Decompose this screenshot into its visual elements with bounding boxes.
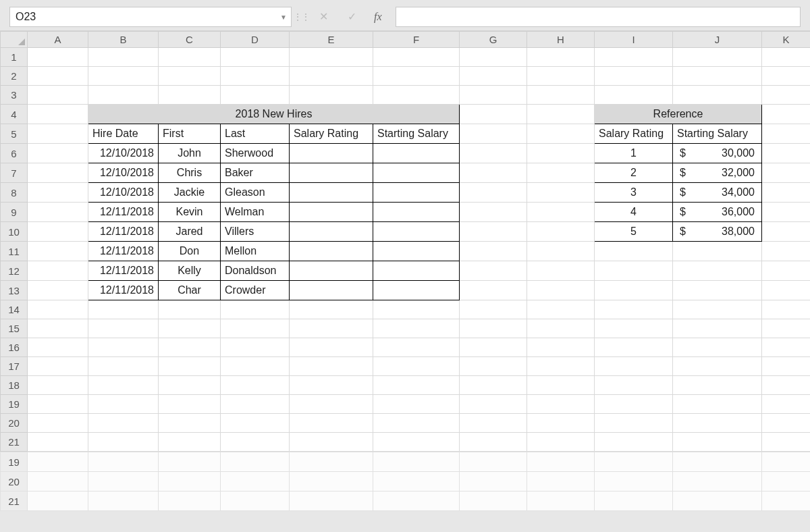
main-header-2[interactable]: Last — [221, 124, 290, 144]
cell-H6[interactable] — [527, 144, 595, 163]
cell-H5[interactable] — [527, 124, 595, 144]
cell-G21[interactable] — [460, 433, 527, 452]
cell-J20[interactable] — [673, 414, 762, 433]
cell-A14[interactable] — [28, 300, 88, 319]
cell-A17[interactable] — [28, 357, 88, 376]
cell-A10[interactable] — [28, 222, 88, 242]
hire-date-1[interactable]: 12/10/2018 — [88, 163, 159, 183]
salary-1[interactable] — [373, 163, 460, 183]
cell-K17[interactable] — [762, 357, 811, 376]
name-box-dropdown-icon[interactable]: ▼ — [280, 13, 287, 20]
cell-A6[interactable] — [28, 144, 88, 163]
cell-A9[interactable] — [28, 203, 88, 222]
cell-A20[interactable] — [28, 414, 88, 433]
cell-D15[interactable] — [221, 319, 290, 338]
main-header-3[interactable]: Salary Rating — [290, 124, 373, 144]
cell-B19[interactable] — [88, 395, 159, 414]
cell-J2[interactable] — [673, 67, 762, 86]
col-header-H[interactable]: H — [527, 32, 595, 48]
hire-date-3[interactable]: 12/11/2018 — [88, 203, 159, 222]
cell-B16[interactable] — [88, 338, 159, 357]
cell-H20[interactable] — [527, 414, 595, 433]
cell-H13[interactable] — [527, 281, 595, 300]
col-header-G[interactable]: G — [460, 32, 527, 48]
cell-H4[interactable] — [527, 105, 595, 124]
cell-E14[interactable] — [290, 300, 373, 319]
salary-7[interactable] — [373, 281, 460, 300]
cell-E15[interactable] — [290, 319, 373, 338]
cell-I17[interactable] — [595, 357, 673, 376]
cell-K12[interactable] — [762, 261, 811, 281]
cell-C18[interactable] — [159, 376, 221, 395]
select-all-corner[interactable] — [1, 32, 28, 48]
ref-salary-0[interactable]: $30,000 — [673, 144, 762, 163]
row-header-1[interactable]: 1 — [1, 48, 28, 67]
cell-J18[interactable] — [673, 376, 762, 395]
row-header-5[interactable]: 5 — [1, 124, 28, 144]
main-title[interactable]: 2018 New Hires — [88, 105, 460, 124]
row-header-10[interactable]: 10 — [1, 222, 28, 242]
cell-A18[interactable] — [28, 376, 88, 395]
cell-G13[interactable] — [460, 281, 527, 300]
confirm-icon[interactable]: ✓ — [346, 10, 358, 23]
cell-G10[interactable] — [460, 222, 527, 242]
cell-G8[interactable] — [460, 183, 527, 203]
last-3[interactable]: Welman — [221, 203, 290, 222]
cell-C2[interactable] — [159, 67, 221, 86]
first-4[interactable]: Jared — [159, 222, 221, 242]
cell-I11[interactable] — [595, 242, 673, 261]
last-1[interactable]: Baker — [221, 163, 290, 183]
cell-C14[interactable] — [159, 300, 221, 319]
cell-I3[interactable] — [595, 86, 673, 105]
cell-K10[interactable] — [762, 222, 811, 242]
cell-I1[interactable] — [595, 48, 673, 67]
cell-J16[interactable] — [673, 338, 762, 357]
cell-G11[interactable] — [460, 242, 527, 261]
cell-G3[interactable] — [460, 86, 527, 105]
cell-A1[interactable] — [28, 48, 88, 67]
cell-G6[interactable] — [460, 144, 527, 163]
row-header-11[interactable]: 11 — [1, 242, 28, 261]
cell-G18[interactable] — [460, 376, 527, 395]
col-header-D[interactable]: D — [221, 32, 290, 48]
ref-rating-1[interactable]: 2 — [595, 163, 673, 183]
cell-A12[interactable] — [28, 261, 88, 281]
name-box[interactable]: O23 ▼ — [9, 7, 292, 27]
cell-A13[interactable] — [28, 281, 88, 300]
cell-B3[interactable] — [88, 86, 159, 105]
cell-H3[interactable] — [527, 86, 595, 105]
cell-J12[interactable] — [673, 261, 762, 281]
col-header-I[interactable]: I — [595, 32, 673, 48]
cell-H7[interactable] — [527, 163, 595, 183]
cell-I13[interactable] — [595, 281, 673, 300]
cell-G5[interactable] — [460, 124, 527, 144]
hire-date-6[interactable]: 12/11/2018 — [88, 261, 159, 281]
cell-F19[interactable] — [373, 395, 460, 414]
cell-C20[interactable] — [159, 414, 221, 433]
hire-date-7[interactable]: 12/11/2018 — [88, 281, 159, 300]
cell-J19[interactable] — [673, 395, 762, 414]
cell-K14[interactable] — [762, 300, 811, 319]
col-header-E[interactable]: E — [290, 32, 373, 48]
ref-header-0[interactable]: Salary Rating — [595, 124, 673, 144]
cell-J21[interactable] — [673, 433, 762, 452]
row-header-8[interactable]: 8 — [1, 183, 28, 203]
cell-F21[interactable] — [373, 433, 460, 452]
cell-K2[interactable] — [762, 67, 811, 86]
col-header-A[interactable]: A — [28, 32, 88, 48]
cell-E17[interactable] — [290, 357, 373, 376]
cell-G7[interactable] — [460, 163, 527, 183]
cell-F17[interactable] — [373, 357, 460, 376]
cancel-icon[interactable]: ✕ — [317, 10, 329, 23]
first-5[interactable]: Don — [159, 242, 221, 261]
cell-G1[interactable] — [460, 48, 527, 67]
cell-B14[interactable] — [88, 300, 159, 319]
cell-C3[interactable] — [159, 86, 221, 105]
ref-header-1[interactable]: Starting Salary — [673, 124, 762, 144]
cell-G17[interactable] — [460, 357, 527, 376]
cell-G12[interactable] — [460, 261, 527, 281]
hire-date-5[interactable]: 12/11/2018 — [88, 242, 159, 261]
cell-H1[interactable] — [527, 48, 595, 67]
cell-A16[interactable] — [28, 338, 88, 357]
row-header-20[interactable]: 20 — [1, 414, 28, 433]
